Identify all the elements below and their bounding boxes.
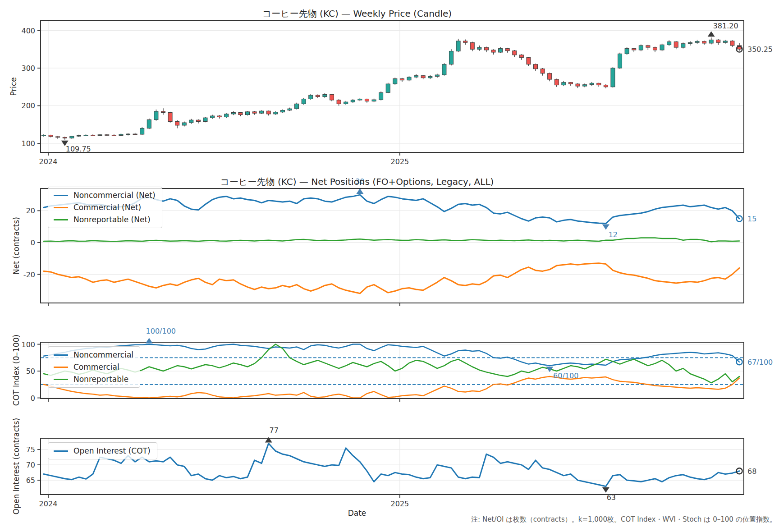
candle-body [280, 110, 284, 112]
candle-body [119, 134, 123, 136]
price-ylabel: Price [9, 77, 18, 96]
min-annotation: 63 [607, 493, 616, 502]
candle-body [681, 44, 685, 47]
candle-body [407, 77, 411, 80]
y-tick-label: 0 [31, 394, 35, 403]
candle-body [421, 76, 425, 78]
candle-body [70, 136, 74, 138]
y-tick-label: 300 [21, 64, 35, 73]
candle-body [393, 78, 397, 84]
max-annotation: 381.20 [713, 22, 738, 30]
min-marker-icon [602, 225, 609, 230]
candle-body [316, 95, 320, 96]
net-series-line [44, 263, 739, 294]
candle-body [260, 111, 264, 113]
net-panel-title: コーヒー先物 (KC) — Net Positions (FO+Options,… [220, 176, 494, 188]
candle-body [295, 104, 299, 109]
candle-body [632, 49, 636, 50]
candle-body [245, 112, 249, 115]
max-annotation: 100/100 [146, 327, 176, 335]
candle-body [112, 135, 116, 136]
candle-body [365, 99, 369, 101]
legend-item-nonreportable-net: Nonreportable (Net) [54, 215, 156, 224]
candle-body [84, 135, 88, 136]
x-tick-label: 2024 [39, 157, 58, 166]
candle-body [428, 76, 432, 78]
candle-body [695, 41, 699, 43]
y-tick-label: 400 [21, 27, 35, 35]
candle-body [126, 134, 130, 135]
candle-body [147, 119, 151, 128]
candle-body [189, 120, 193, 123]
candle-body [709, 40, 713, 43]
candle-body [442, 64, 446, 75]
x-tick-label: 2025 [391, 157, 409, 166]
cot_index-series-line [44, 344, 739, 383]
cot-dashboard: 10020030040020242025381.20109.75350.2520… [0, 0, 779, 532]
legend-item-nonreportable: Nonreportable [54, 375, 133, 384]
y-tick-label: 0 [31, 238, 35, 247]
y-tick-label: 75 [26, 445, 35, 454]
candle-body [646, 46, 650, 47]
min-annotation: 12 [609, 230, 618, 239]
candle-body [105, 135, 109, 136]
candle-body [660, 45, 664, 50]
legend-label: Commercial [73, 362, 119, 371]
candle-body [716, 40, 720, 42]
candle-body [702, 41, 706, 43]
candle-body [527, 58, 531, 64]
candle-body [225, 114, 229, 117]
cot-index-ylabel: COT Index (0–100) [12, 335, 21, 406]
max-marker-icon [146, 338, 153, 344]
legend-item-noncommercial-net: Noncommercial (Net) [54, 191, 156, 200]
line-swatch-icon [54, 450, 68, 452]
candle-body [372, 100, 376, 101]
legend-item-commercial: Commercial [54, 362, 133, 371]
candle-body [330, 94, 334, 100]
candle-body [161, 111, 165, 113]
candle-body [302, 99, 306, 104]
candle-body [541, 69, 545, 73]
legend-label: Noncommercial (Net) [73, 191, 156, 200]
candle-body [196, 120, 200, 121]
net-ylabel: Net (contracts) [12, 217, 21, 275]
cot-index-legend: Noncommercial Commercial Nonreportable [48, 346, 140, 388]
candle-body [568, 83, 573, 84]
x-tick-label: 2024 [39, 500, 58, 508]
candle-body [484, 47, 488, 50]
candle-body [604, 85, 608, 87]
candle-body [688, 42, 692, 44]
candle-body [470, 42, 474, 49]
min-marker-icon [602, 487, 609, 493]
min-annotation: 109.75 [66, 145, 91, 153]
candle-body [217, 116, 221, 117]
candle-body [211, 116, 215, 118]
candle-body [534, 64, 538, 69]
line-swatch-icon [54, 207, 68, 208]
candle-body [140, 128, 144, 134]
candle-body [519, 55, 523, 58]
y-tick-label: 65 [26, 476, 35, 485]
candle-body [513, 51, 517, 55]
max-annotation: 77 [270, 426, 279, 435]
y-tick-label: 20 [26, 206, 35, 215]
min-annotation: 60/100 [553, 371, 578, 380]
candle-body [583, 85, 587, 86]
legend-label: Noncommercial [73, 350, 133, 359]
candle-body [98, 135, 102, 136]
legend-item-commercial-net: Commercial (Net) [54, 203, 156, 212]
candle-body [414, 76, 418, 77]
candle-body [42, 135, 46, 136]
last-value-label: 15 [747, 215, 756, 223]
candle-body [386, 84, 390, 92]
candle-body [337, 100, 341, 104]
candle-body [597, 83, 601, 85]
legend-label: Commercial (Net) [73, 203, 141, 212]
candle-body [590, 83, 594, 84]
candle-body [91, 135, 95, 136]
x-tick-label: 2025 [391, 500, 409, 508]
candle-body [379, 92, 383, 100]
candle-body [203, 118, 207, 121]
last-value-label: 68 [747, 467, 756, 476]
legend-item-open-interest: Open Interest (COT) [54, 446, 151, 455]
